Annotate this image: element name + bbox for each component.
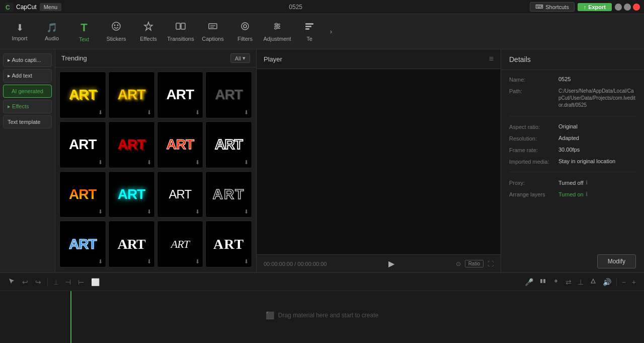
align-button[interactable]: ⊥	[576, 277, 586, 287]
filter-button[interactable]: All ▾	[230, 53, 250, 63]
tool-import[interactable]: ⬇ Import	[4, 16, 35, 47]
details-body: Name: 0525 Path: C:/Users/Neha/AppData/L…	[501, 70, 644, 250]
sidebar-ai-generated[interactable]: AI generated	[3, 85, 52, 98]
art-text-13: ART	[69, 236, 97, 252]
tool-captions[interactable]: Captions	[197, 16, 228, 47]
trim-left-button[interactable]: ⊣	[63, 277, 73, 287]
link-button[interactable]	[550, 277, 561, 287]
undo-button[interactable]: ↩	[20, 277, 30, 287]
effect-card-1[interactable]: ART ⬇	[59, 72, 106, 118]
effect-card-7[interactable]: ART ⬇	[157, 121, 204, 168]
detail-arrange-label: Arrange layers	[509, 191, 554, 197]
detail-imported-value: Stay in original location	[558, 158, 615, 164]
speed-button[interactable]	[588, 277, 599, 287]
more-icon	[304, 21, 314, 34]
effect-card-3[interactable]: ART ⬇	[157, 72, 204, 118]
toolbar: ⬇ Import 🎵 Audio T Text Stickers Effects…	[0, 14, 644, 49]
effect-card-14[interactable]: ART ⬇	[108, 221, 155, 267]
effect-card-2[interactable]: ART ⬇	[108, 72, 155, 118]
detail-resolution-row: Resolution: Adapted	[509, 135, 636, 142]
minimize-button[interactable]	[615, 4, 622, 11]
titlebar-left: C CapCut Menu	[4, 2, 61, 12]
redo-button[interactable]: ↪	[33, 277, 43, 287]
close-button[interactable]	[633, 4, 640, 11]
tool-transitions[interactable]: Transitions	[165, 16, 196, 47]
crop-button[interactable]: ⬜	[89, 277, 102, 287]
sync-button[interactable]: ⇄	[564, 277, 574, 287]
effect-card-9[interactable]: ART ⬇	[59, 171, 106, 218]
select-tool-button[interactable]	[6, 277, 17, 287]
svg-point-18	[277, 25, 279, 27]
tool-filters[interactable]: Filters	[229, 16, 261, 47]
details-panel: Details Name: 0525 Path: C:/Users/Neha/A…	[501, 49, 644, 272]
volume-button[interactable]: 🔊	[601, 277, 613, 287]
maximize-button[interactable]	[624, 4, 631, 11]
playhead[interactable]	[70, 291, 71, 343]
detail-framerate-label: Frame rate:	[509, 147, 554, 153]
effect-card-13[interactable]: ART ⬇	[59, 221, 106, 267]
timeline-toolbar: ↩ ↪ ⟂ ⊣ ⊢ ⬜ 🎤 ⇄ ⊥ 🔊 − +	[0, 273, 644, 291]
detail-framerate-row: Frame rate: 30.00fps	[509, 147, 636, 153]
tool-more[interactable]: Te	[294, 16, 325, 47]
tool-adjustment-label: Adjustment	[263, 36, 291, 42]
detail-arrange-row: Arrange layers Turned on ℹ	[509, 191, 636, 197]
tool-transitions-label: Transitions	[167, 36, 194, 42]
zoom-out-timeline[interactable]: −	[620, 277, 628, 287]
transitions-icon	[176, 21, 186, 34]
tool-filters-label: Filters	[237, 36, 253, 42]
effect-card-15[interactable]: ART ⬇	[157, 221, 204, 267]
detail-path-value: C:/Users/Neha/AppData/Local/CapCut/UserD…	[558, 88, 636, 109]
art-text-12: ART	[213, 186, 245, 202]
player-right-controls: ⊙ Ratio ⛶	[456, 260, 494, 267]
export-button[interactable]: ↑ Export	[578, 3, 612, 11]
drag-area: ⬛ Drag material here and start to create	[6, 295, 638, 335]
effect-card-12[interactable]: ART ⬇	[205, 171, 252, 218]
effect-card-6[interactable]: ART ⬇	[108, 121, 155, 168]
logo-icon: C	[4, 2, 14, 12]
sidebar-auto-caption[interactable]: ▸ Auto capti...	[3, 53, 52, 67]
effect-card-11[interactable]: ART ⬇	[157, 171, 204, 218]
ratio-button[interactable]: Ratio	[465, 260, 484, 267]
tool-adjustment[interactable]: Adjustment	[262, 16, 293, 47]
shortcuts-button[interactable]: ⌨ Shortcuts	[530, 2, 574, 12]
effect-card-10[interactable]: ART ⬇	[108, 171, 155, 218]
details-header: Details	[501, 49, 644, 70]
timeline-content: ⬛ Drag material here and start to create	[0, 291, 644, 343]
art-text-5: ART	[69, 136, 97, 153]
arrange-info-icon[interactable]: ℹ	[586, 191, 588, 197]
tool-text[interactable]: T Text	[68, 16, 100, 47]
svg-point-17	[275, 23, 277, 25]
content-panel: Trending All ▾ ART ⬇ ART ⬇ ART ⬇ ART ⬇	[55, 49, 257, 272]
effect-card-16[interactable]: ART ⬇	[205, 221, 252, 267]
effect-card-5[interactable]: ART ⬇	[59, 121, 106, 168]
download-icon-14: ⬇	[147, 258, 151, 265]
app-logo: C CapCut	[4, 2, 37, 12]
snap-button[interactable]	[537, 277, 548, 287]
tool-audio[interactable]: 🎵 Audio	[36, 16, 67, 47]
effect-card-8[interactable]: ART ⬇	[205, 121, 252, 168]
toolbar-expand[interactable]: ›	[326, 16, 336, 47]
detail-arrange-info: Turned on ℹ	[558, 191, 588, 197]
player-menu-icon[interactable]: ≡	[489, 54, 494, 63]
svg-rect-21	[305, 26, 311, 27]
captions-icon	[208, 21, 218, 34]
split-button[interactable]: ⟂	[52, 277, 60, 287]
trending-label: Trending	[61, 54, 87, 62]
tool-stickers[interactable]: Stickers	[101, 16, 132, 47]
effect-card-4[interactable]: ART ⬇	[205, 72, 252, 118]
play-button[interactable]: ▶	[388, 259, 394, 268]
proxy-info-icon[interactable]: ℹ	[586, 179, 588, 186]
sidebar-text-template[interactable]: Text template	[3, 115, 52, 128]
menu-button[interactable]: Menu	[40, 3, 62, 11]
tool-effects[interactable]: Effects	[133, 16, 164, 47]
modify-button[interactable]: Modify	[597, 254, 636, 268]
mic-button[interactable]: 🎤	[523, 277, 535, 287]
player-title: Player	[264, 55, 282, 63]
fullscreen-icon[interactable]: ⛶	[488, 260, 494, 267]
sidebar-effects[interactable]: ▸ Effects	[3, 100, 52, 113]
sidebar-add-text[interactable]: ▸ Add text	[3, 69, 52, 83]
zoom-in-timeline[interactable]: +	[630, 277, 638, 287]
tool-captions-label: Captions	[202, 36, 223, 42]
trim-right-button[interactable]: ⊢	[76, 277, 86, 287]
zoom-icon[interactable]: ⊙	[456, 260, 461, 267]
